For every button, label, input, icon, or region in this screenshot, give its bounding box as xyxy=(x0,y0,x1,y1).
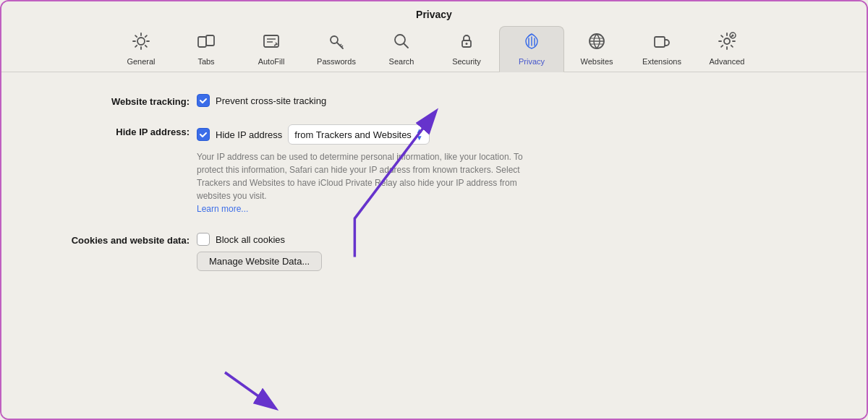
tab-passwords[interactable]: Passwords xyxy=(304,27,369,72)
tab-extensions[interactable]: Extensions xyxy=(629,27,694,72)
hide-ip-text: Hide IP address xyxy=(216,129,282,140)
hide-ip-content: Hide IP address from Trackers and Websit… xyxy=(197,124,544,215)
svg-point-22 xyxy=(732,34,734,36)
cookies-inline: Block all cookies xyxy=(197,233,322,246)
hide-ip-checkbox[interactable] xyxy=(197,128,210,141)
website-tracking-inline: Prevent cross-site tracking xyxy=(197,94,326,107)
website-tracking-checkbox[interactable] xyxy=(197,94,210,107)
security-icon xyxy=(456,31,477,54)
cookies-content: Block all cookies Manage Website Data... xyxy=(197,233,322,271)
search-icon xyxy=(391,31,412,54)
website-tracking-label: Website tracking: xyxy=(59,94,190,107)
toolbar: General Tabs AutoFill xyxy=(1,20,867,72)
website-tracking-row: Website tracking: Prevent cross-site tra… xyxy=(59,94,809,107)
general-icon xyxy=(131,31,151,54)
svg-point-0 xyxy=(137,38,145,45)
hide-ip-label: Hide IP address: xyxy=(59,124,190,137)
cookies-checkbox[interactable] xyxy=(197,233,210,246)
tab-advanced-label: Advanced xyxy=(710,57,745,66)
tab-security[interactable]: Security xyxy=(434,27,499,72)
tab-privacy-label: Privacy xyxy=(519,57,545,66)
passwords-icon xyxy=(326,31,346,54)
dropdown-arrows-icon: ▲ ▼ xyxy=(416,127,423,142)
svg-line-8 xyxy=(341,46,343,47)
svg-point-20 xyxy=(724,38,730,44)
tab-search[interactable]: Search xyxy=(369,27,434,72)
learn-more-link[interactable]: Learn more... xyxy=(197,204,248,214)
tab-autofill-label: AutoFill xyxy=(258,57,285,66)
cookies-row: Cookies and website data: Block all cook… xyxy=(59,233,809,271)
svg-point-11 xyxy=(466,43,468,45)
cookies-text: Block all cookies xyxy=(216,234,285,245)
websites-icon xyxy=(587,31,607,54)
tab-general-label: General xyxy=(127,57,155,66)
tab-extensions-label: Extensions xyxy=(642,57,681,66)
hide-ip-row: Hide IP address: Hide IP address from Tr… xyxy=(59,124,809,215)
tab-websites[interactable]: Websites xyxy=(564,27,629,72)
window-title: Privacy xyxy=(1,1,867,20)
svg-line-7 xyxy=(340,44,341,46)
manage-website-data-button[interactable]: Manage Website Data... xyxy=(197,252,322,271)
tab-autofill[interactable]: AutoFill xyxy=(239,27,304,72)
privacy-icon xyxy=(522,31,542,54)
tab-search-label: Search xyxy=(389,57,414,66)
hide-ip-inline: Hide IP address from Trackers and Websit… xyxy=(197,124,544,145)
tab-security-label: Security xyxy=(452,57,481,66)
svg-rect-3 xyxy=(264,35,278,47)
extensions-icon xyxy=(652,31,672,54)
website-tracking-content: Prevent cross-site tracking xyxy=(197,94,326,107)
tab-tabs-label: Tabs xyxy=(197,57,214,66)
settings-window: Privacy General Tabs xyxy=(1,1,867,419)
svg-rect-19 xyxy=(655,37,665,47)
tab-tabs[interactable]: Tabs xyxy=(174,27,239,72)
advanced-icon xyxy=(717,31,737,54)
tab-websites-label: Websites xyxy=(580,57,613,66)
content-area: Website tracking: Prevent cross-site tra… xyxy=(1,72,867,419)
svg-rect-2 xyxy=(206,35,214,46)
tabs-icon xyxy=(196,31,216,54)
hide-ip-description: Your IP address can be used to determine… xyxy=(197,150,544,215)
hide-ip-dropdown[interactable]: from Trackers and Websites ▲ ▼ xyxy=(288,124,430,145)
cookies-label: Cookies and website data: xyxy=(59,233,190,246)
autofill-icon xyxy=(261,31,281,54)
dropdown-label: from Trackers and Websites xyxy=(294,129,412,140)
tab-privacy[interactable]: Privacy xyxy=(499,26,564,72)
tab-passwords-label: Passwords xyxy=(317,57,356,66)
tab-general[interactable]: General xyxy=(109,27,174,72)
tab-advanced[interactable]: Advanced xyxy=(694,27,760,72)
svg-rect-1 xyxy=(198,37,206,47)
website-tracking-text: Prevent cross-site tracking xyxy=(216,95,326,106)
